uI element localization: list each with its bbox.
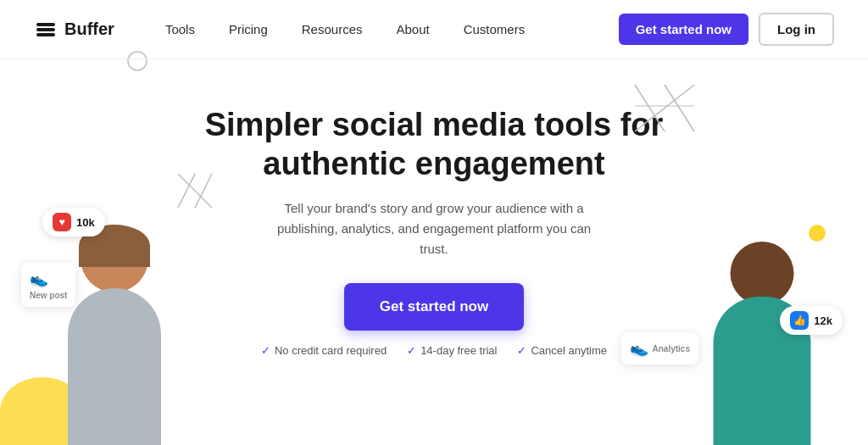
svg-rect-0 xyxy=(36,23,55,26)
svg-line-3 xyxy=(178,174,195,208)
deco-lines-right xyxy=(631,81,698,148)
check-icon-2: ✓ xyxy=(407,344,416,357)
svg-line-8 xyxy=(635,85,694,131)
right-mini-card-label: Analytics xyxy=(653,344,690,353)
perk-no-credit-card: ✓ No credit card required xyxy=(261,344,387,357)
left-person-area xyxy=(42,225,186,445)
nav-login-button[interactable]: Log in xyxy=(759,13,834,46)
right-person-area xyxy=(690,233,834,445)
nav-link-customers[interactable]: Customers xyxy=(464,22,526,36)
heart-icon: ♥ xyxy=(53,213,71,231)
sneaker-icon: 👟 xyxy=(30,270,48,288)
mini-card-label: New post xyxy=(30,291,67,300)
hero-subtitle: Tell your brand's story and grow your au… xyxy=(264,198,604,259)
svg-rect-1 xyxy=(36,28,55,31)
left-badge-count: 10k xyxy=(76,216,95,229)
left-mini-card: 👟 New post xyxy=(21,263,75,307)
nav-actions: Get started now Log in xyxy=(619,13,834,46)
right-mini-card-icon: 👟 xyxy=(630,339,648,358)
hero-get-started-button[interactable]: Get started now xyxy=(344,283,524,331)
thumb-icon: 👍 xyxy=(790,311,809,330)
navbar: Buffer Tools Pricing Resources About Cus… xyxy=(0,0,868,59)
svg-rect-2 xyxy=(36,33,55,36)
yellow-dot xyxy=(809,225,826,242)
logo-text: Buffer xyxy=(64,19,114,39)
perk-free-trial: ✓ 14-day free trial xyxy=(407,344,497,357)
perk-cancel-anytime: ✓ Cancel anytime xyxy=(517,344,607,357)
nav-links: Tools Pricing Resources About Customers xyxy=(165,22,619,36)
nav-get-started-button[interactable]: Get started now xyxy=(619,14,748,45)
right-person-head xyxy=(731,242,794,305)
buffer-logo-icon xyxy=(34,18,58,42)
svg-line-7 xyxy=(665,85,694,131)
check-icon-3: ✓ xyxy=(517,344,526,357)
right-notification-badge: 👍 12k xyxy=(780,306,843,335)
svg-line-6 xyxy=(635,85,665,131)
hero-title: Simpler social media tools for authentic… xyxy=(171,106,697,183)
left-notification-badge: ♥ 10k xyxy=(42,208,105,236)
svg-line-4 xyxy=(195,174,212,208)
logo[interactable]: Buffer xyxy=(34,18,114,42)
deco-lines-left xyxy=(170,165,220,216)
left-person-body xyxy=(68,288,161,445)
nav-link-resources[interactable]: Resources xyxy=(302,22,363,36)
right-mini-card: 👟 Analytics xyxy=(621,332,698,364)
nav-link-tools[interactable]: Tools xyxy=(165,22,195,36)
hero-perks: ✓ No credit card required ✓ 14-day free … xyxy=(261,344,607,357)
nav-link-pricing[interactable]: Pricing xyxy=(229,22,268,36)
nav-link-about[interactable]: About xyxy=(396,22,429,36)
check-icon-1: ✓ xyxy=(261,344,270,357)
right-badge-count: 12k xyxy=(814,314,832,327)
svg-line-5 xyxy=(178,174,212,208)
